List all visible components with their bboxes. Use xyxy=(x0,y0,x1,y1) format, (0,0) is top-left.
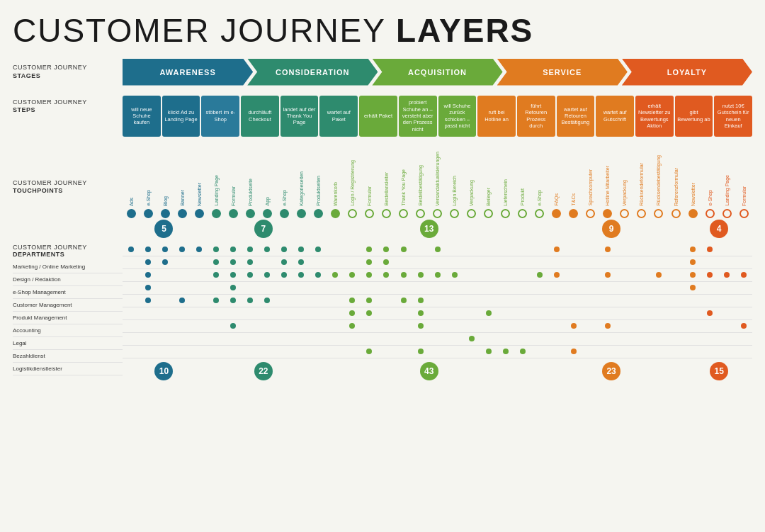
dept-dot xyxy=(213,259,219,265)
touchpoint-name: Hotline Mitarbeiter xyxy=(599,166,616,206)
dept-cell xyxy=(225,259,242,265)
dept-cell xyxy=(174,298,191,303)
dept-cell xyxy=(259,298,276,303)
tp-circle xyxy=(735,209,752,218)
dept-dot xyxy=(230,247,236,252)
steps-row: CUSTOMER JOURNEY STEPS will neue Schuhe … xyxy=(13,96,752,137)
dept-dot xyxy=(690,259,696,265)
stage-arrow-service: SERVICE xyxy=(497,59,628,86)
dept-cell xyxy=(565,323,582,329)
touchpoint-name: Rücksende­formular xyxy=(633,163,650,206)
dept-cell xyxy=(548,272,565,278)
touchpoint-name: Sprachcomputer xyxy=(582,169,599,205)
dept-cell xyxy=(361,272,378,278)
dept-dot xyxy=(520,349,526,354)
dept-dot xyxy=(349,310,355,316)
tp-circle xyxy=(565,209,582,218)
dept-cell xyxy=(259,247,276,252)
dept-cell xyxy=(684,285,701,290)
dept-dot xyxy=(145,298,151,303)
dept-dot xyxy=(145,247,151,252)
touchpoint-name: Landing Page xyxy=(208,175,225,205)
touchpoints-label: CUSTOMER JOURNEY TOUCHPOINTS xyxy=(13,142,123,196)
tp-circle xyxy=(259,209,276,218)
step-cell: landet auf der Thank You Page xyxy=(280,96,319,137)
dept-dot xyxy=(128,247,134,252)
touchpoint-name: Referenzformular xyxy=(667,168,684,206)
touchpoint-name: Newsletter xyxy=(684,183,701,206)
step-cell: probiert Schuhe an – versteht aber den P… xyxy=(399,96,437,137)
dept-cell xyxy=(242,298,259,303)
dept-cell xyxy=(565,349,582,354)
dept-row xyxy=(123,269,752,282)
dept-label-col: CUSTOMER JOURNEY DEPARTMENTS Marketing /… xyxy=(13,244,123,388)
touchpoint-name: Landing Page xyxy=(718,175,735,205)
dept-dot xyxy=(145,259,151,265)
dept-name: Design / Redaktion xyxy=(13,273,123,286)
stage-arrow-consideration: CONSIDERATION xyxy=(247,59,378,86)
dept-cell xyxy=(684,259,701,265)
dept-dot xyxy=(196,247,202,252)
dept-cell xyxy=(293,247,310,252)
tp-circle xyxy=(140,209,157,218)
touchpoint-name: Ads xyxy=(123,198,140,206)
touchpoint-name: Beileger xyxy=(480,188,497,206)
dept-dot xyxy=(401,298,407,303)
dept-cell xyxy=(463,336,480,341)
dept-cell xyxy=(259,272,276,278)
dept-cell xyxy=(208,247,225,252)
dept-cell xyxy=(718,272,735,278)
touchpoint-name: Thank You Page xyxy=(395,169,412,205)
stages-row: CUSTOMER JOURNEY STAGES AWARENESSCONSIDE… xyxy=(13,59,752,86)
tp-circle xyxy=(616,209,633,218)
dept-cell xyxy=(735,323,752,329)
tp-circle xyxy=(412,209,429,218)
dept-dot xyxy=(605,323,611,329)
dept-dot xyxy=(690,272,696,278)
dept-cell xyxy=(140,285,157,290)
dept-cell xyxy=(293,272,310,278)
touchpoint-name: Formular xyxy=(225,186,242,206)
dept-row xyxy=(123,244,752,256)
tp-circle xyxy=(633,209,650,218)
dept-cell xyxy=(225,285,242,290)
dept-dot xyxy=(298,259,304,265)
touchpoint-name: Formular xyxy=(735,186,752,206)
dept-cell xyxy=(701,272,718,278)
stage-arrow-awareness: AWARENESS xyxy=(123,59,253,86)
dept-row xyxy=(123,346,752,358)
dept-bottom-row: 1022432315 xyxy=(123,361,752,381)
dept-dot xyxy=(366,310,372,316)
dept-cell xyxy=(684,272,701,278)
dept-dot xyxy=(230,323,236,329)
dept-cell xyxy=(361,310,378,316)
dept-dot xyxy=(213,247,219,252)
dept-dot xyxy=(264,272,270,278)
dept-dot xyxy=(247,247,253,252)
dept-cell xyxy=(395,272,412,278)
dept-name: Marketing / Online Marketing xyxy=(13,261,123,273)
dept-dot xyxy=(145,285,151,290)
touchpoint-name: App xyxy=(259,197,276,205)
dept-row xyxy=(123,256,752,269)
dept-cell xyxy=(225,247,242,252)
tp-circle xyxy=(157,209,174,218)
dept-dot xyxy=(383,272,389,278)
dept-cell xyxy=(327,272,344,278)
dept-cell xyxy=(157,259,174,265)
dept-dot xyxy=(383,259,389,265)
dept-dot xyxy=(315,247,321,252)
dept-dot xyxy=(230,285,236,290)
tp-stage-count: 7 xyxy=(205,220,322,238)
tp-circle xyxy=(667,209,684,218)
dept-cell xyxy=(378,259,395,265)
tp-circle xyxy=(225,209,242,218)
dept-stage-count: 22 xyxy=(205,362,322,380)
dept-name: Legal xyxy=(13,337,123,350)
dept-cell xyxy=(599,247,616,252)
page: CUSTOMER JOURNEY LAYERS CUSTOMER JOURNEY… xyxy=(0,0,765,401)
dept-dot xyxy=(401,247,407,252)
dept-cell xyxy=(361,259,378,265)
dept-dot xyxy=(247,298,253,303)
tp-circle xyxy=(718,209,735,218)
